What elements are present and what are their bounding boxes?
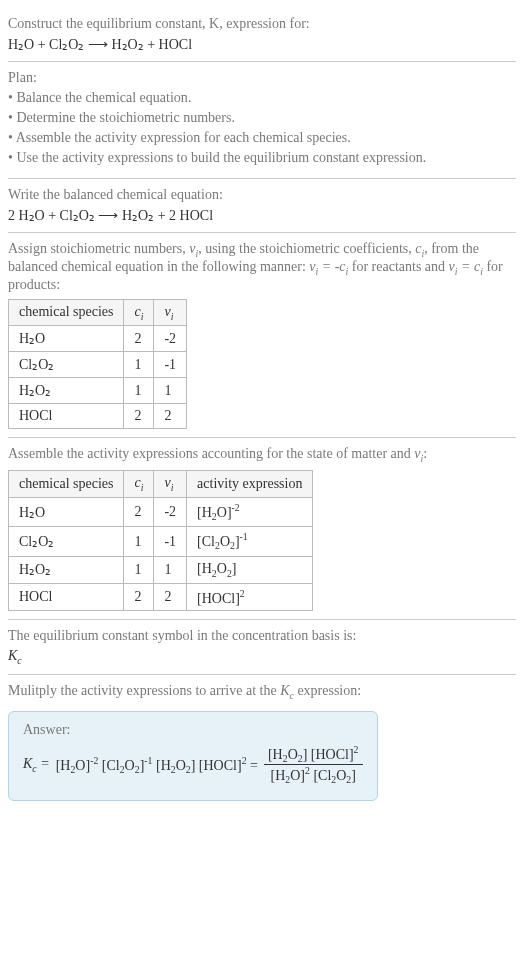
kc-expression: Kc = [H2O]-2 [Cl2O2]-1 [H2O2] [HOCl]2 = … <box>23 744 363 786</box>
multiply-prompt: Mulitply the activity expressions to arr… <box>8 683 516 701</box>
cell-activity: [Cl2O2]-1 <box>187 527 313 556</box>
section-stoich: Assign stoichiometric numbers, νi, using… <box>8 233 516 438</box>
plan-bullet-3: • Assemble the activity expression for e… <box>8 130 516 146</box>
cell-ci: 1 <box>124 378 154 404</box>
answer-label: Answer: <box>23 722 363 738</box>
table-row: H₂O₂ 1 1 <box>9 378 187 404</box>
table-row: Cl₂O₂ 1 -1 <box>9 352 187 378</box>
cell-vi: 2 <box>154 583 187 611</box>
section-activity: Assemble the activity expressions accoun… <box>8 438 516 620</box>
cell-ci: 2 <box>124 583 154 611</box>
cell-activity: [H2O]-2 <box>187 497 313 526</box>
nu-eq-neg-c: νi = -ci <box>309 259 348 274</box>
activity-table: chemical species ci νi activity expressi… <box>8 470 313 611</box>
section-multiply: Mulitply the activity expressions to arr… <box>8 675 516 809</box>
kc-lhs: Kc = <box>23 756 50 774</box>
col-species: chemical species <box>9 471 124 498</box>
answer-box: Answer: Kc = [H2O]-2 [Cl2O2]-1 [H2O2] [H… <box>8 711 378 801</box>
col-vi: νi <box>154 299 187 326</box>
cell-vi: -2 <box>154 326 187 352</box>
stoich-prompt-d: for reactants and <box>348 259 448 274</box>
col-ci: ci <box>124 471 154 498</box>
col-vi: νi <box>154 471 187 498</box>
c-i: ci <box>415 241 424 256</box>
unbalanced-equation: H₂O + Cl₂O₂ ⟶ H₂O₂ + HOCl <box>8 36 516 53</box>
table-row: HOCl 2 2 [HOCl]2 <box>9 583 313 611</box>
stoich-table: chemical species ci νi H₂O 2 -2 Cl₂O₂ 1 … <box>8 299 187 430</box>
cell-species: H₂O <box>9 497 124 526</box>
activity-prompt-a: Assemble the activity expressions accoun… <box>8 446 414 461</box>
balanced-equation: 2 H₂O + Cl₂O₂ ⟶ H₂O₂ + 2 HOCl <box>8 207 516 224</box>
construct-prompt: Construct the equilibrium constant, K, e… <box>8 16 516 32</box>
nu-i-2: νi <box>414 446 423 461</box>
col-activity: activity expression <box>187 471 313 498</box>
kc-fraction: [H2O2] [HOCl]2 [H2O]2 [Cl2O2] <box>264 744 363 786</box>
nu-eq-c: νi = ci <box>449 259 483 274</box>
kc-numerator: [H2O2] [HOCl]2 <box>264 744 363 765</box>
cell-species: H₂O <box>9 326 124 352</box>
cell-ci: 2 <box>124 497 154 526</box>
cell-activity: [H2O2] <box>187 556 313 583</box>
balanced-prompt: Write the balanced chemical equation: <box>8 187 516 203</box>
cell-ci: 2 <box>124 404 154 429</box>
cell-species: H₂O₂ <box>9 556 124 583</box>
cell-vi: -2 <box>154 497 187 526</box>
cell-species: Cl₂O₂ <box>9 352 124 378</box>
kc-denominator: [H2O]2 [Cl2O2] <box>264 765 363 785</box>
kc-inline: Kc <box>280 683 294 698</box>
plan-bullet-2: • Determine the stoichiometric numbers. <box>8 110 516 126</box>
cell-vi: 1 <box>154 556 187 583</box>
cell-ci: 1 <box>124 352 154 378</box>
cell-species: Cl₂O₂ <box>9 527 124 556</box>
cell-activity: [HOCl]2 <box>187 583 313 611</box>
plan-title: Plan: <box>8 70 516 86</box>
cell-species: H₂O₂ <box>9 378 124 404</box>
section-kc-symbol: The equilibrium constant symbol in the c… <box>8 620 516 675</box>
cell-species: HOCl <box>9 583 124 611</box>
stoich-prompt-a: Assign stoichiometric numbers, <box>8 241 189 256</box>
stoich-prompt-b: , using the stoichiometric coefficients, <box>198 241 415 256</box>
multiply-prompt-a: Mulitply the activity expressions to arr… <box>8 683 280 698</box>
plan-bullet-4: • Use the activity expressions to build … <box>8 150 516 166</box>
kc-symbol-prompt: The equilibrium constant symbol in the c… <box>8 628 516 644</box>
cell-ci: 1 <box>124 527 154 556</box>
table-header-row: chemical species ci νi <box>9 299 187 326</box>
cell-species: HOCl <box>9 404 124 429</box>
section-construct: Construct the equilibrium constant, K, e… <box>8 8 516 62</box>
kc-symbol: Kc <box>8 648 516 666</box>
cell-vi: -1 <box>154 527 187 556</box>
cell-vi: 1 <box>154 378 187 404</box>
col-ci: ci <box>124 299 154 326</box>
cell-vi: 2 <box>154 404 187 429</box>
stoich-prompt: Assign stoichiometric numbers, νi, using… <box>8 241 516 293</box>
section-plan: Plan: • Balance the chemical equation. •… <box>8 62 516 179</box>
cell-vi: -1 <box>154 352 187 378</box>
activity-prompt-b: : <box>423 446 427 461</box>
table-row: HOCl 2 2 <box>9 404 187 429</box>
cell-ci: 1 <box>124 556 154 583</box>
table-header-row: chemical species ci νi activity expressi… <box>9 471 313 498</box>
cell-ci: 2 <box>124 326 154 352</box>
table-row: Cl₂O₂ 1 -1 [Cl2O2]-1 <box>9 527 313 556</box>
table-row: H₂O 2 -2 <box>9 326 187 352</box>
activity-prompt: Assemble the activity expressions accoun… <box>8 446 516 464</box>
table-row: H₂O₂ 1 1 [H2O2] <box>9 556 313 583</box>
col-species: chemical species <box>9 299 124 326</box>
section-balanced: Write the balanced chemical equation: 2 … <box>8 179 516 233</box>
multiply-prompt-b: expression: <box>294 683 361 698</box>
construct-prompt-a: Construct the equilibrium constant, K, e… <box>8 16 310 31</box>
table-row: H₂O 2 -2 [H2O]-2 <box>9 497 313 526</box>
kc-product-form: [H2O]-2 [Cl2O2]-1 [H2O2] [HOCl]2 = <box>56 755 258 775</box>
plan-bullet-1: • Balance the chemical equation. <box>8 90 516 106</box>
nu-i: νi <box>189 241 198 256</box>
